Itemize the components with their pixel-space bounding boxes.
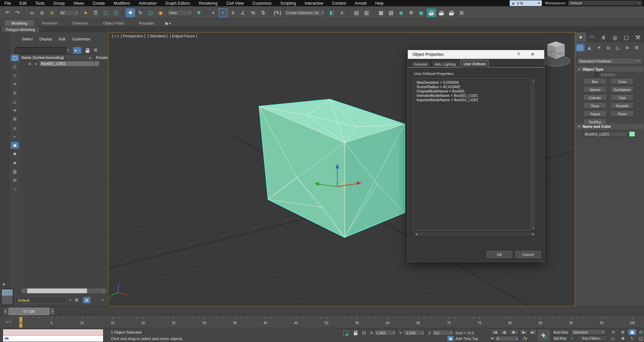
name-and-color-rollout[interactable]: ▼ Name and Color ∷ [576,124,643,129]
viewport-menu-pov[interactable]: [ Perspective ] [121,34,145,38]
filter-lights-icon[interactable]: ☀ [11,81,19,87]
autogrid-checkbox[interactable] [595,72,599,77]
category-systems[interactable]: ⚙ [632,44,641,51]
scroll-left-icon[interactable]: ◀ [415,233,417,236]
named-selection-dropdown[interactable]: Create Selection Se▾ [284,9,326,16]
schematic-view-icon[interactable]: ▧ [386,8,396,17]
scroll-down-icon[interactable]: ∨ [532,226,534,230]
filter-settings-icon[interactable]: ⌂ [11,186,19,192]
select-and-manipulate-icon[interactable]: ⌖ [209,8,218,17]
tab-hierarchy[interactable]: ⋔ [598,32,609,42]
tube-button[interactable]: Tube [610,95,634,101]
next-frame-button[interactable]: |▶ [520,329,528,335]
horizontal-scrollbar[interactable]: ‹ › [21,288,107,294]
ribbon-tab-populate[interactable]: Populate [132,20,161,26]
menu-scripting[interactable]: Scripting [276,0,300,6]
listener-macro-row[interactable] [3,329,103,336]
align-icon[interactable]: ≡ [337,8,347,17]
scroll-up-icon[interactable]: ∧ [532,79,534,83]
filter-bones-icon[interactable]: ⌁ [11,133,19,140]
render-iterative-icon[interactable]: ☕ [437,8,446,17]
absolute-mode-icon[interactable]: ⊡ [362,330,366,335]
workspace-dropdown[interactable]: Default ▾ [568,0,642,6]
filter-visibility-icon[interactable]: ◉ [11,142,19,149]
tab-modify[interactable]: ◠ [587,32,598,42]
snap-3d-icon[interactable]: 3 [228,8,238,17]
ribbon-config-icon[interactable]: ▣ ▾ [162,21,173,26]
auto-key-button[interactable]: Auto Key [552,329,569,335]
set-keys-button[interactable]: + ⚲ [537,329,550,342]
rendered-frame-window-icon[interactable]: ▣ [417,8,426,17]
category-cameras[interactable]: ◘ [604,44,613,51]
column-header-row[interactable]: Name (Sorted Ascending) ▲ Frozen [20,54,108,61]
ribbon-tab-object-paint[interactable]: Object Paint [96,20,131,26]
frozen-column-header[interactable]: Frozen [94,55,108,60]
zoom-extents-all-icon[interactable]: ⊞ [637,329,644,335]
fov-icon[interactable]: ▷ [609,336,617,341]
spinner-icon[interactable]: ▲▼ [393,332,395,334]
maxscript-mini-listener[interactable]: OK [3,329,103,342]
select-and-move-icon[interactable]: ✚ [126,8,135,17]
menu-arnold[interactable]: Arnold [350,0,371,6]
viewcube[interactable]: LEFT FRONT [542,41,570,66]
help-icon[interactable]: ? [517,52,520,57]
render-production-icon[interactable]: ☕ [427,8,436,17]
filter-icon[interactable]: ▼◄ [73,47,81,54]
current-frame-field[interactable]: 0 ▲▼ [495,336,519,341]
category-lights[interactable]: ☀ [595,44,603,51]
mini-curve-editor-icon[interactable]: ≡∿ [6,319,12,324]
zoom-icon[interactable]: ⊙ [609,329,617,335]
filter-materials-icon[interactable]: ◈ [11,159,19,166]
tab-motion[interactable]: ◎ [609,32,621,42]
layout-expand-icon[interactable]: ▶ [3,282,5,286]
x-coordinate-field[interactable]: 2,483 ▲▼ [374,330,396,336]
hierarchy-view-icon[interactable]: ⊞ [83,297,90,303]
filter-containers-icon[interactable]: ▥ [11,168,19,175]
bind-to-space-warp-icon[interactable]: ≋ [47,8,57,17]
z-coordinate-field[interactable]: 0,0 ▲▼ [432,330,454,336]
spinner-icon[interactable]: ▲▼ [451,332,453,334]
dialog-titlebar[interactable]: Object Properties [408,50,544,59]
activeshade-icon[interactable]: ☕ [447,8,456,17]
viewport-menu-style[interactable]: [ Standard ] [147,34,167,38]
ribbon-tab-freeform[interactable]: Freeform [35,20,65,26]
cone-button[interactable]: Cone [610,79,634,84]
viewport-layout-tab[interactable] [1,289,13,305]
spinner-snap-icon[interactable]: ⇅ [258,8,268,17]
y-coordinate-field[interactable]: -2,336 ▲▼ [403,330,425,336]
category-spacewarps[interactable]: ≋ [623,44,632,51]
layer-dropdown[interactable]: Default [16,297,67,303]
tab-create[interactable]: + [575,32,587,42]
filter-geometry-icon[interactable]: ◻ [11,63,19,70]
mirror-icon[interactable]: ◧ [327,8,337,17]
time-tag-icon[interactable]: ▣ [447,336,454,341]
selection-lock-icon[interactable] [354,332,357,335]
menu-views[interactable]: Views [69,0,88,6]
select-and-rotate-icon[interactable]: ↻ [136,8,145,17]
category-helpers[interactable]: ◺ [613,44,622,51]
category-dropdown[interactable]: Standard Primitives ▼ [577,58,642,64]
reference-coordinate-dropdown[interactable]: View▾ [167,9,192,16]
object-type-rollout[interactable]: ▼ Object Type ∷ [576,67,643,72]
play-button[interactable]: ▶ [509,329,519,335]
set-key-button[interactable]: Set Key [552,336,568,341]
tab-utilities[interactable]: ⚒ [632,32,644,42]
object-name-cell[interactable]: Box001_LOD1 [40,61,99,66]
tab-display[interactable]: ▢ [621,32,632,42]
filter-shapes-icon[interactable]: ◇ [11,72,19,79]
menu-content[interactable]: Content [328,0,350,6]
ok-button[interactable]: OK [487,251,512,258]
angle-snap-icon[interactable]: ∠ [238,8,248,17]
next-frame-arrow[interactable]: > [50,308,55,315]
filter-helpers-icon[interactable]: △ [11,98,19,105]
object-color-swatch[interactable] [629,131,635,137]
menu-modifiers[interactable]: Modifiers [109,0,134,6]
cylinder-button[interactable]: Cylinder [583,95,607,101]
torus-button[interactable]: Torus [583,103,607,109]
toggle-layer-explorer-icon[interactable]: ▥ [362,8,371,17]
explorer-menu-select[interactable]: Select [22,37,33,41]
listener-output-row[interactable]: OK [3,336,103,342]
spinner-icon[interactable]: ▲▼ [422,332,424,334]
category-shapes[interactable]: ◭ [585,44,594,51]
previous-frame-arrow[interactable]: < [3,308,8,315]
